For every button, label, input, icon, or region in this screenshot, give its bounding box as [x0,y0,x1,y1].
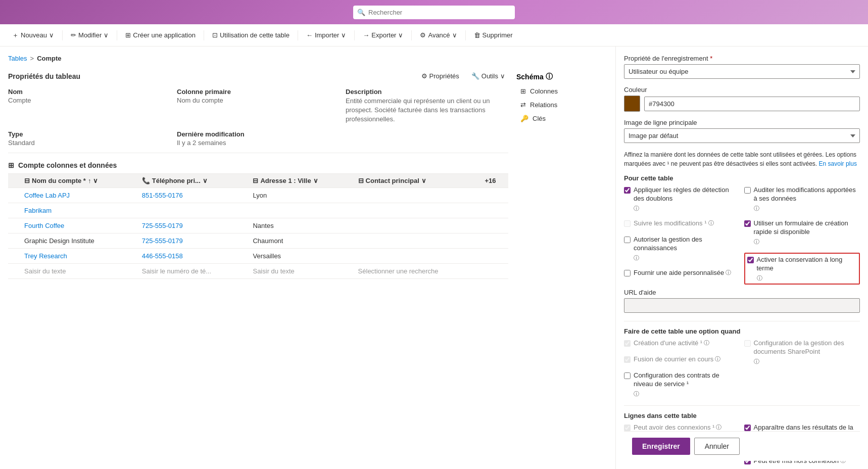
color-swatch[interactable] [624,96,640,112]
checkbox-sharepoint: Configuration de la gestion des document… [744,339,860,365]
cell-input-contact[interactable]: Sélectionner une recherche [354,263,481,278]
cell-name[interactable]: Fabrikam [20,203,138,218]
cell-input-phone[interactable]: Saisir le numéro de té... [138,263,249,278]
checkboxes-left-col: Appliquer les règles de détection des do… [624,186,740,285]
table-header-row: ⊟ Nom du compte * ↑ ∨ 📞 Tél [8,173,508,187]
cell-name[interactable]: Trey Research [20,248,138,263]
checkbox-doublons-input[interactable] [624,187,631,194]
url-aide-label: URL d'aide [624,289,860,296]
schema-label: Schéma ⓘ [516,72,607,81]
table-row: Coffee Lab APJ 851-555-0176 Lyon [8,187,508,203]
cell-city [249,203,354,218]
checkbox-auditer-input[interactable] [744,187,751,194]
new-button[interactable]: ＋ Nouveau ∨ [8,29,58,42]
url-aide-field: URL d'aide [624,289,860,313]
annuler-button[interactable]: Annuler [694,438,740,455]
importer-button[interactable]: ← Importer ∨ [302,29,350,41]
prop-type: Type Standard [8,130,171,147]
color-input[interactable] [644,97,860,111]
chevron-down-icon[interactable]: ∨ [313,177,318,184]
checkbox-formulaire[interactable]: Utiliser un formulaire de création rapid… [744,219,860,245]
panel-footer: Enregistrer Annuler [624,431,860,461]
schema-nav-colonnes[interactable]: ⊞ Colonnes [516,85,607,97]
cell-contact [354,248,481,263]
divider [8,153,508,153]
address-icon: ⊟ [253,177,258,184]
url-aide-input[interactable] [624,298,860,313]
content-layout: Propriétés du tableau ⚙ Propriétés 🔧 Out… [8,70,607,279]
info-icon: ⓘ [708,219,714,226]
checkbox-conservation-input[interactable] [747,257,754,263]
info-icon: ⓘ [754,205,759,212]
checkbox-auditer-label: Auditer les modifications apportées à se… [754,186,860,212]
data-table: ⊟ Nom du compte * ↑ ∨ 📞 Tél [8,173,508,279]
info-icon: ⓘ [726,269,731,276]
utilisation-button[interactable]: ⊡ Utilisation de cette table [208,29,294,41]
separator [62,30,63,40]
table-data-section: ⊞ Compte colonnes et données ⊟ Nom du co… [8,161,508,279]
cell-phone: 725-555-0179 [138,218,249,233]
checkbox-recherche-input[interactable] [744,425,751,431]
cell-name[interactable]: Fourth Coffee [20,218,138,233]
chevron-down-icon: ∨ [341,31,346,39]
checkbox-contrats-input[interactable] [624,372,631,379]
col-empty [8,173,20,187]
chevron-down-icon[interactable]: ∨ [93,177,98,184]
image-select[interactable]: Image par défaut [624,128,860,143]
checkbox-contrats-label: Configuration des contrats de niveau de … [634,371,740,397]
toolbar: ＋ Nouveau ∨ ✏ Modifier ∨ ⊞ Créer une app… [0,24,868,46]
avance-button[interactable]: ⚙ Avancé ∨ [416,29,461,41]
enregistrer-button[interactable]: Enregistrer [632,438,690,455]
outils-button[interactable]: 🔧 Outils ∨ [468,70,508,82]
checkbox-sharepoint-input [744,340,751,347]
table-data-header: ⊞ Compte colonnes et données [8,161,508,169]
checkbox-connaissances[interactable]: Autoriser la gestion des connaissances ⓘ [624,236,740,261]
col-nom-compte[interactable]: ⊟ Nom du compte * ↑ ∨ [20,173,138,187]
info-icon: ⓘ [757,274,762,282]
schema-nav-relations[interactable]: ⇄ Relations [516,99,607,111]
col-contact[interactable]: ⊟ Contact principal ∨ [354,173,481,187]
modifier-button[interactable]: ✏ Modifier ∨ [67,29,113,41]
cell-input-name[interactable]: Saisir du texte [20,263,138,278]
field-couleur: Couleur [624,86,860,112]
chevron-down-icon[interactable]: ∨ [203,177,208,184]
en-savoir-plus-link[interactable]: En savoir plus [819,160,857,167]
checkbox-formulaire-input[interactable] [744,220,751,227]
phone-icon: 📞 [142,177,150,184]
cell-input-city[interactable]: Saisir du texte [249,263,354,278]
checkbox-contrats[interactable]: Configuration des contrats de niveau de … [624,371,740,397]
propriete-select[interactable]: Utilisateur ou équipe [624,64,860,79]
checkbox-aide-input[interactable] [624,270,631,276]
exporter-button[interactable]: → Exporter ∨ [359,29,407,41]
table-icon: ⊡ [212,31,218,39]
creer-button[interactable]: ⊞ Créer une application [121,29,200,41]
info-icon: ⓘ [634,205,639,212]
checkbox-aide[interactable]: Fournir une aide personnalisée ⓘ [624,269,740,277]
checkbox-connaissances-input[interactable] [624,237,631,243]
cell-phone: 851-555-0176 [138,187,249,203]
breadcrumb-tables[interactable]: Tables [8,55,27,62]
separator3 [204,30,204,40]
col-ville[interactable]: ⊟ Adresse 1 : Ville ∨ [249,173,354,187]
checkbox-conservation[interactable]: Activer la conservation à long terme ⓘ [744,253,860,285]
schema-nav-cles[interactable]: 🔑 Clés [516,113,607,124]
import-icon: ← [306,31,313,39]
key-icon: 🔑 [520,115,528,122]
table-row: Trey Research 446-555-0158 Versailles [8,248,508,263]
info-icon: ⓘ [716,424,721,431]
col-telephone[interactable]: 📞 Téléphone pri... ∨ [138,173,249,187]
supprimer-button[interactable]: 🗑 Supprimer [470,29,517,41]
cell-contact [354,233,481,248]
col-extra[interactable]: +16 [480,173,508,187]
proprietes-button[interactable]: ⚙ Propriétés [418,70,462,82]
checkbox-connaissances-label: Autoriser la gestion des connaissances ⓘ [634,236,740,261]
checkbox-modifications[interactable]: Suivre les modifications ¹ ⓘ [624,219,740,228]
checkbox-connexions-input [624,425,631,431]
cell-name[interactable]: Coffee Lab APJ [20,187,138,203]
checkbox-doublons[interactable]: Appliquer les règles de détection des do… [624,186,740,212]
search-input[interactable] [353,6,515,19]
chevron-down-icon[interactable]: ∨ [421,177,426,184]
image-label: Image de ligne principale [624,119,860,126]
checkbox-auditer[interactable]: Auditer les modifications apportées à se… [744,186,860,212]
propriete-label: Propriété de l'enregistrement [624,55,860,62]
